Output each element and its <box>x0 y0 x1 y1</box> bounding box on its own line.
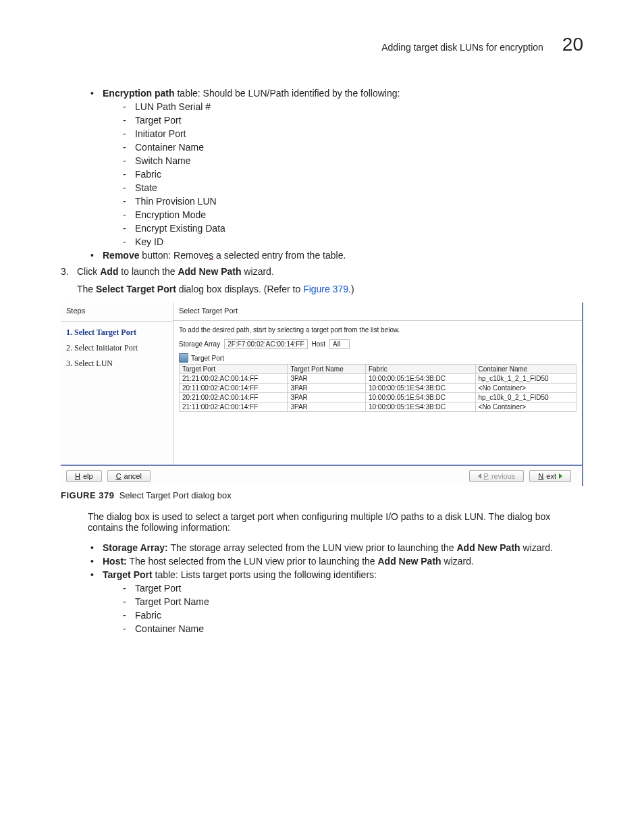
remove-end: a selected entry from the table. <box>213 250 346 261</box>
step-3: 3. Click Add to launch the Add New Path … <box>61 266 583 294</box>
storage-array-bold2: Add New Path <box>456 542 520 553</box>
cancel-button[interactable]: Cancel <box>107 470 151 482</box>
sub-item: Container Name <box>120 142 583 153</box>
sub-item: Thin Provision LUN <box>120 196 583 207</box>
previous-button[interactable]: Previous <box>469 470 525 482</box>
p2b: Select Target Port <box>96 284 176 294</box>
target-port-label: Target Port <box>191 355 224 362</box>
encryption-path-text: table: Should be LUN/Path identified by … <box>175 88 400 99</box>
host-end: wizard. <box>441 556 474 567</box>
figure-caption: FIGURE 379 Select Target Port dialog box <box>61 490 583 500</box>
cell: 21:21:00:02:AC:00:14:FF <box>180 374 288 384</box>
main-pane-title: Select Target Port <box>179 307 576 315</box>
step3-para2: The Select Target Port dialog box displa… <box>77 284 583 294</box>
step3-t3: wizard. <box>242 266 274 277</box>
target-port-icon <box>179 353 188 363</box>
header-title: Adding target disk LUNs for encryption <box>381 42 543 53</box>
arrow-right-icon <box>559 473 562 479</box>
after-para: The dialog box is used to select a targe… <box>88 511 583 533</box>
wizard-steps-pane: Steps 1. Select Target Port 2. Select In… <box>61 303 173 465</box>
table-row[interactable]: 21:21:00:02:AC:00:14:FF 3PAR 10:00:00:05… <box>180 374 576 384</box>
table-row[interactable]: 21:11:00:02:AC:00:14:FF 3PAR 10:00:00:05… <box>180 402 576 412</box>
storage-array-field[interactable]: 2F:F7:00:02:AC:00:14:FF <box>224 339 307 349</box>
sub-item: Initiator Port <box>120 128 583 139</box>
remove-mid: button: Remove <box>139 250 209 261</box>
select-target-port-dialog: Steps 1. Select Target Port 2. Select In… <box>61 303 583 486</box>
target-port-table[interactable]: Target Port Target Port Name Fabric Cont… <box>179 364 576 412</box>
cell: 3PAR <box>288 393 366 402</box>
next-button[interactable]: Next <box>529 470 571 482</box>
help-button[interactable]: Help <box>66 470 102 482</box>
cell: 10:00:00:05:1E:54:3B:DC <box>365 384 475 393</box>
step-number: 3. <box>61 266 69 277</box>
cell: hp_c10k_1_2_1_FID50 <box>475 374 576 384</box>
header-chapter-number: 20 <box>562 34 583 55</box>
col-container-name[interactable]: Container Name <box>475 365 576 374</box>
host-field[interactable]: All <box>329 339 350 349</box>
cell: <No Container> <box>475 384 576 393</box>
sub-item: Fabric <box>120 610 583 621</box>
sub-item: Target Port <box>120 583 583 594</box>
step3-t2: to launch the <box>118 266 178 277</box>
bullet-target-port: Target Port table: Lists target ports us… <box>88 569 583 634</box>
cell: 20:21:00:02:AC:00:14:FF <box>180 393 288 402</box>
target-port-rest: table: Lists target ports using the foll… <box>153 569 377 580</box>
figure-label: FIGURE 379 <box>61 490 114 500</box>
cell: <No Container> <box>475 402 576 412</box>
bullet-host: Host: The host selected from the LUN vie… <box>88 556 583 567</box>
wizard-main-pane: Select Target Port To add the desired pa… <box>173 303 582 465</box>
col-fabric[interactable]: Fabric <box>365 365 475 374</box>
instruction-text: To add the desired path, start by select… <box>179 326 576 334</box>
step3-addnewpath: Add New Path <box>178 266 241 277</box>
bullet-remove: Remove button: Removes a selected entry … <box>88 250 583 261</box>
cell: 21:11:00:02:AC:00:14:FF <box>180 402 288 412</box>
sub-item: Encryption Mode <box>120 209 583 220</box>
step-select-initiator-port[interactable]: 2. Select Initiator Port <box>66 343 167 353</box>
host-bold2: Add New Path <box>378 556 441 567</box>
cell: 3PAR <box>288 374 366 384</box>
cell: 10:00:00:05:1E:54:3B:DC <box>365 374 475 384</box>
arrow-left-icon <box>478 473 481 479</box>
host-bold: Host: <box>103 556 127 567</box>
sub-item: Encrypt Existing Data <box>120 223 583 234</box>
bullet-encryption-path: Encryption path table: Should be LUN/Pat… <box>88 88 583 247</box>
p2d: .) <box>348 284 354 294</box>
storage-array-end: wizard. <box>520 542 553 553</box>
cell: 10:00:00:05:1E:54:3B:DC <box>365 402 475 412</box>
sub-item: Fabric <box>120 169 583 180</box>
cell: 10:00:00:05:1E:54:3B:DC <box>365 393 475 402</box>
step-select-lun[interactable]: 3. Select LUN <box>66 359 167 369</box>
target-port-bold: Target Port <box>103 569 153 580</box>
sub-item: Key ID <box>120 236 583 247</box>
sub-item: Switch Name <box>120 155 583 166</box>
step3-add: Add <box>100 266 118 277</box>
figure-link[interactable]: Figure 379 <box>303 284 348 294</box>
steps-title: Steps <box>66 307 167 315</box>
p2c: dialog box displays. (Refer to <box>176 284 303 294</box>
figure-caption-text: Select Target Port dialog box <box>119 490 232 500</box>
host-label: Host <box>312 340 326 348</box>
storage-array-mid: The storage array selected from the LUN … <box>168 542 457 553</box>
step-select-target-port[interactable]: 1. Select Target Port <box>66 328 167 338</box>
step3-t1: Click <box>77 266 100 277</box>
cell: 20:11:00:02:AC:00:14:FF <box>180 384 288 393</box>
table-row[interactable]: 20:11:00:02:AC:00:14:FF 3PAR 10:00:00:05… <box>180 384 576 393</box>
storage-array-label: Storage Array <box>179 340 220 348</box>
sub-item: Target Port <box>120 115 583 126</box>
storage-array-bold: Storage Array: <box>103 542 168 553</box>
cell: 3PAR <box>288 384 366 393</box>
remove-label: Remove <box>103 250 139 261</box>
p2a: The <box>77 284 96 294</box>
encryption-path-label: Encryption path <box>103 88 175 99</box>
sub-item: State <box>120 182 583 193</box>
host-mid: The host selected from the LUN view prio… <box>127 556 378 567</box>
col-target-port[interactable]: Target Port <box>180 365 288 374</box>
page-header: Adding target disk LUNs for encryption 2… <box>61 34 583 55</box>
bullet-storage-array: Storage Array: The storage array selecte… <box>88 542 583 553</box>
table-row[interactable]: 20:21:00:02:AC:00:14:FF 3PAR 10:00:00:05… <box>180 393 576 402</box>
sub-item: Container Name <box>120 623 583 634</box>
cell: 3PAR <box>288 402 366 412</box>
col-target-port-name[interactable]: Target Port Name <box>288 365 366 374</box>
sub-item: Target Port Name <box>120 596 583 607</box>
cell: hp_c10k_0_2_1_FID50 <box>475 393 576 402</box>
